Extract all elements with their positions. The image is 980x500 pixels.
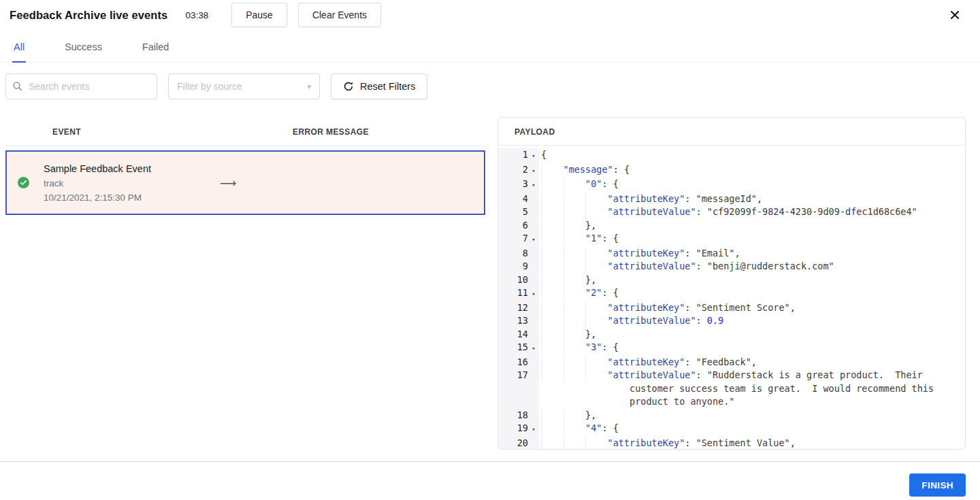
- fold-spacer: [528, 193, 539, 206]
- fold-spacer: [528, 369, 539, 409]
- reset-filters-button[interactable]: Reset Filters: [331, 73, 427, 99]
- indent-guide: [564, 286, 586, 299]
- code-content: "attributeKey": "Sentiment Value",: [541, 437, 965, 450]
- indent-guide: [541, 286, 564, 299]
- fold-toggle-icon[interactable]: ▾: [528, 341, 539, 356]
- code-line: 19▾"4": {: [498, 422, 965, 437]
- source-filter-select[interactable]: Filter by source ▾: [168, 73, 320, 99]
- code-line: 7▾"1": {: [498, 232, 965, 247]
- indent-guide: [541, 247, 564, 260]
- fold-toggle-icon[interactable]: ▾: [528, 163, 539, 178]
- code-line: 12"attributeKey": "Sentiment Score",: [498, 301, 965, 315]
- search-input[interactable]: [5, 73, 157, 99]
- line-number: 7: [498, 232, 528, 247]
- indent-guide: [585, 437, 608, 450]
- line-number: 3: [498, 178, 528, 193]
- indent-guide: [564, 247, 586, 260]
- line-gutter: 3▾: [498, 178, 539, 193]
- line-number: 15: [498, 341, 528, 356]
- line-gutter: 11▾: [498, 286, 539, 301]
- line-number: 20: [498, 437, 528, 450]
- header: Feedback Archive live events 03:38 Pause…: [0, 0, 980, 30]
- fold-toggle-icon[interactable]: ▾: [528, 232, 539, 247]
- code-line: 10},: [498, 273, 965, 287]
- fold-spacer: [528, 437, 539, 450]
- code-content: },: [541, 273, 965, 287]
- indent-guide: [564, 232, 586, 245]
- main-content: EVENT ERROR MESSAGE Sample Feedback Even…: [5, 117, 966, 450]
- indent-guide: [541, 437, 564, 450]
- code-line: 17"attributeValue": "Rudderstack is a gr…: [498, 369, 965, 409]
- event-row-selected[interactable]: Sample Feedback Event track 10/21/2021, …: [5, 150, 485, 215]
- line-number: 2: [498, 163, 528, 178]
- line-gutter: 6: [498, 219, 539, 233]
- event-timestamp: 10/21/2021, 2:15:30 PM: [44, 193, 151, 203]
- code-line: 16"attributeKey": "Feedback",: [498, 356, 965, 369]
- indent-guide: [564, 328, 586, 341]
- fold-toggle-icon[interactable]: ▾: [528, 286, 539, 301]
- code-line: 9"attributeValue": "benji@rudderstack.co…: [498, 260, 965, 273]
- code-line: 20"attributeKey": "Sentiment Value",: [498, 437, 965, 450]
- fold-spacer: [528, 205, 539, 219]
- code-content: "0": {: [541, 178, 965, 193]
- arrow-right-icon: ⟶: [220, 176, 236, 190]
- indent-guide: [541, 328, 564, 341]
- line-gutter: 20: [498, 437, 539, 450]
- page-title: Feedback Archive live events: [10, 9, 167, 22]
- indent-guide: [564, 409, 586, 422]
- line-number: 6: [498, 219, 528, 233]
- line-gutter: 1▾: [498, 148, 539, 163]
- fold-toggle-icon[interactable]: ▾: [528, 148, 539, 163]
- finish-button[interactable]: FINISH: [909, 473, 966, 497]
- fold-spacer: [528, 409, 539, 422]
- indent-guide: [541, 301, 564, 314]
- code-line: 6},: [498, 219, 965, 233]
- code-content: {: [541, 148, 965, 163]
- line-gutter: 9: [498, 260, 539, 273]
- payload-panel: PAYLOAD 1▾{2▾"message": {3▾"0": {4"attri…: [497, 117, 966, 450]
- line-number: 8: [498, 247, 528, 261]
- indent-guide: [541, 356, 564, 369]
- indent-guide: [541, 369, 564, 382]
- close-button[interactable]: [945, 5, 965, 25]
- indent-guide: [585, 314, 608, 327]
- line-number: 5: [498, 205, 528, 219]
- code-content: "attributeValue": "Rudderstack is a grea…: [541, 369, 965, 409]
- fold-spacer: [528, 260, 539, 273]
- code-line: 3▾"0": {: [498, 178, 965, 193]
- tab-all[interactable]: All: [12, 40, 26, 63]
- fold-spacer: [528, 314, 539, 328]
- payload-code: 1▾{2▾"message": {3▾"0": {4"attributeKey"…: [498, 146, 965, 449]
- fold-toggle-icon[interactable]: ▾: [528, 422, 539, 437]
- code-content: "1": {: [541, 232, 965, 247]
- indent-guide: [564, 193, 586, 205]
- line-gutter: 15▾: [498, 341, 539, 356]
- line-gutter: 5: [498, 205, 539, 219]
- indent-guide: [564, 369, 586, 382]
- timer: 03:38: [185, 10, 208, 20]
- tab-success[interactable]: Success: [63, 40, 103, 63]
- line-number: 13: [498, 314, 528, 328]
- event-type: track: [44, 178, 151, 188]
- events-table-header: EVENT ERROR MESSAGE: [5, 117, 485, 146]
- code-line: 18},: [498, 409, 965, 422]
- line-number: 10: [498, 273, 528, 287]
- line-gutter: 13: [498, 314, 539, 328]
- indent-guide: [541, 273, 564, 286]
- indent-guide: [541, 205, 564, 218]
- code-content: "attributeValue": 0.9: [541, 314, 965, 328]
- code-content: "attributeKey": "messageId",: [541, 193, 965, 206]
- indent-guide: [541, 193, 564, 205]
- fold-toggle-icon[interactable]: ▾: [528, 178, 539, 193]
- pause-button[interactable]: Pause: [231, 3, 287, 27]
- event-name: Sample Feedback Event: [44, 163, 151, 174]
- fold-spacer: [528, 247, 539, 261]
- indent-guide: [564, 422, 586, 435]
- line-gutter: 7▾: [498, 232, 539, 247]
- indent-guide: [541, 232, 564, 245]
- clear-events-button[interactable]: Clear Events: [298, 3, 381, 27]
- tab-failed[interactable]: Failed: [141, 40, 171, 63]
- line-number: 12: [498, 301, 528, 315]
- status-tabs: All Success Failed: [0, 40, 980, 63]
- line-gutter: 17: [498, 369, 539, 409]
